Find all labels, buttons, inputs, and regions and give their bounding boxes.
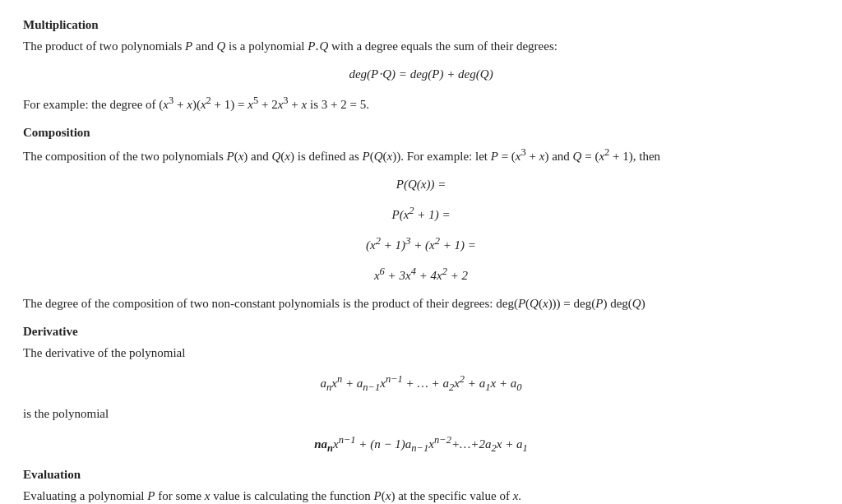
- var-Q: Q: [216, 39, 225, 53]
- var-Q2: Q: [319, 39, 328, 53]
- multiplication-formula: deg(P⋅Q) = deg(P) + deg(Q): [23, 64, 819, 84]
- composition-step-4: x6 + 3x4 + 4x2 + 2: [23, 263, 819, 285]
- main-content: Multiplication The product of two polyno…: [0, 0, 842, 504]
- section-evaluation: Evaluation Evaluating a polynomial P for…: [23, 465, 819, 504]
- var-P: P: [185, 39, 192, 53]
- derivative-is-the-polynomial: is the polynomial: [23, 404, 819, 423]
- multiplication-title: Multiplication: [23, 15, 819, 35]
- evaluation-title: Evaluation: [23, 465, 819, 484]
- composition-step-1: P(Q(x)) =: [23, 174, 819, 194]
- var-PQ: P: [308, 39, 315, 53]
- composition-intro: The composition of the two polynomials P…: [23, 144, 819, 166]
- multiplication-intro-text: The product of two polynomials P and Q i…: [23, 39, 557, 53]
- evaluation-text: Evaluating a polynomial P for some x val…: [23, 486, 819, 504]
- derivative-result: nanxn−1 + (n − 1)an−1xn−2+…+2a2x + a1: [23, 432, 819, 456]
- derivative-intro: The derivative of the polynomial: [23, 343, 819, 363]
- composition-step-3: (x2 + 1)3 + (x2 + 1) =: [23, 233, 819, 255]
- composition-step-2: P(x2 + 1) =: [23, 202, 819, 224]
- section-derivative: Derivative The derivative of the polynom…: [23, 321, 819, 456]
- derivative-title: Derivative: [23, 321, 819, 341]
- composition-degree-note: The degree of the composition of two non…: [23, 294, 819, 313]
- section-composition: Composition The composition of the two p…: [23, 123, 819, 313]
- derivative-polynomial: anxn + an−1xn−1 + … + a2x2 + a1x + a0: [23, 371, 819, 395]
- composition-title: Composition: [23, 123, 819, 142]
- section-multiplication: Multiplication The product of two polyno…: [23, 15, 819, 114]
- multiplication-example: For example: the degree of (x3 + x)(x2 +…: [23, 92, 819, 114]
- multiplication-intro: The product of two polynomials P and Q i…: [23, 36, 819, 56]
